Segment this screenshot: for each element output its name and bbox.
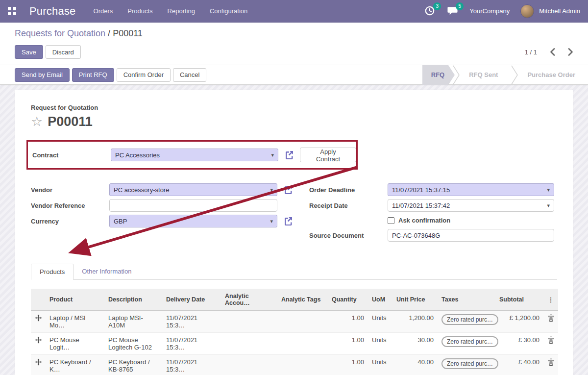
- menu-configuration[interactable]: Configuration: [210, 7, 247, 15]
- tab-products[interactable]: Products: [31, 264, 74, 280]
- contract-external-link-icon[interactable]: [284, 150, 294, 160]
- activity-badge: 3: [433, 2, 441, 10]
- col-description[interactable]: Description: [104, 289, 162, 311]
- messages-badge: 5: [456, 2, 464, 10]
- vendor-external-link-icon[interactable]: [283, 185, 293, 195]
- status-chevron-icon: [511, 65, 518, 85]
- nav-menu: Orders Products Reporting Configuration: [94, 7, 248, 15]
- user-avatar[interactable]: [520, 4, 534, 18]
- contract-field[interactable]: PC Accessories ▾: [111, 149, 278, 161]
- dropdown-caret-icon: ▾: [547, 187, 550, 193]
- tax-tag[interactable]: Zero rated purc…: [441, 314, 498, 325]
- receipt-date-label: Receipt Date: [309, 202, 388, 209]
- user-menu[interactable]: Mitchell Admin: [539, 7, 580, 15]
- menu-orders[interactable]: Orders: [94, 7, 113, 15]
- statusbar: RFQ RFQ Sent Purchase Order: [422, 65, 588, 85]
- save-button[interactable]: Save: [15, 45, 43, 59]
- form-sheet: Request for Quotation ☆ P00011 Contract …: [15, 90, 573, 375]
- messages-chat-icon[interactable]: 5: [447, 5, 459, 17]
- vendor-reference-field[interactable]: [109, 199, 277, 212]
- col-analytic-tags[interactable]: Analytic Tags: [277, 289, 328, 311]
- table-row[interactable]: PC Keyboard / K… PC Keyboard / KB-8765 1…: [31, 355, 558, 375]
- cancel-button[interactable]: Cancel: [173, 68, 206, 82]
- vendor-label: Vendor: [31, 186, 109, 194]
- tab-other-information[interactable]: Other Information: [74, 264, 140, 280]
- drag-handle-icon[interactable]: [35, 358, 42, 366]
- currency-field[interactable]: GBP ▾: [109, 215, 277, 227]
- status-rfq-sent[interactable]: RFQ Sent: [460, 65, 507, 85]
- menu-products[interactable]: Products: [127, 7, 152, 15]
- col-taxes[interactable]: Taxes: [438, 289, 495, 311]
- contract-highlight-box: Contract PC Accessories ▾ Apply Contract: [26, 140, 358, 170]
- col-unit-price[interactable]: Unit Price: [392, 289, 438, 311]
- pager-value: 1 / 1: [525, 49, 537, 56]
- pager-next-icon[interactable]: [568, 48, 573, 56]
- breadcrumb-parent[interactable]: Requests for Quotation: [15, 28, 105, 38]
- discard-button[interactable]: Discard: [46, 45, 81, 59]
- table-row[interactable]: Laptop / MSI Mo… Laptop MSI-A10M 11/07/2…: [31, 311, 558, 333]
- contract-label: Contract: [32, 151, 111, 159]
- dropdown-caret-icon: ▾: [270, 218, 273, 225]
- menu-reporting[interactable]: Reporting: [168, 7, 195, 15]
- app-name[interactable]: Purchase: [29, 5, 76, 18]
- vendor-field[interactable]: PC accessory-store ▾: [109, 183, 277, 196]
- confirm-order-button[interactable]: Confirm Order: [117, 68, 171, 82]
- drag-column-header: [31, 289, 46, 311]
- breadcrumb-separator: /: [105, 28, 113, 38]
- breadcrumb: Requests for Quotation / P00011: [15, 28, 573, 39]
- print-rfq-button[interactable]: Print RFQ: [72, 68, 114, 82]
- top-navbar: Purchase Orders Products Reporting Confi…: [0, 0, 588, 23]
- col-uom[interactable]: UoM: [368, 289, 392, 311]
- col-delivery-date[interactable]: Delivery Date: [162, 289, 221, 311]
- currency-label: Currency: [31, 218, 109, 225]
- activity-clock-icon[interactable]: 3: [424, 5, 436, 17]
- col-quantity[interactable]: Quantity: [328, 289, 368, 311]
- source-document-field[interactable]: PC-AC-073648G: [388, 229, 554, 242]
- company-switcher[interactable]: YourCompany: [469, 7, 510, 15]
- ask-confirmation-label: Ask confirmation: [398, 217, 450, 224]
- control-panel: Requests for Quotation / P00011 Save Dis…: [0, 23, 588, 65]
- tax-tag[interactable]: Zero rated purc…: [441, 358, 498, 369]
- delete-row-icon[interactable]: [548, 314, 554, 322]
- form-subtitle: Request for Quotation: [31, 104, 557, 111]
- source-document-label: Source Document: [309, 232, 388, 239]
- breadcrumb-current: P00011: [113, 28, 143, 38]
- order-deadline-field[interactable]: 11/07/2021 15:37:15 ▾: [388, 183, 554, 196]
- notebook-tabs: Products Other Information: [31, 263, 557, 280]
- col-analytic-account[interactable]: Analytic Accou…: [221, 289, 277, 311]
- col-subtotal[interactable]: Subtotal: [495, 289, 543, 311]
- delete-row-icon[interactable]: [548, 358, 554, 366]
- col-product[interactable]: Product: [46, 289, 104, 311]
- apply-contract-button[interactable]: Apply Contract: [300, 148, 356, 162]
- ask-confirmation-checkbox[interactable]: [388, 217, 394, 224]
- pager-previous-icon[interactable]: [550, 48, 555, 56]
- dropdown-caret-icon: ▾: [270, 187, 273, 193]
- vendor-reference-label: Vendor Reference: [31, 202, 109, 209]
- action-bar: Send by Email Print RFQ Confirm Order Ca…: [0, 65, 588, 85]
- optional-columns-icon[interactable]: ⋮: [548, 296, 554, 303]
- tax-tag[interactable]: Zero rated purc…: [441, 336, 498, 347]
- table-row[interactable]: PC Mouse Logit… PC Mouse Logitech G-102 …: [31, 333, 558, 355]
- order-lines-table: Product Description Delivery Date Analyt…: [31, 289, 558, 375]
- delete-row-icon[interactable]: [548, 336, 554, 344]
- drag-handle-icon[interactable]: [35, 314, 42, 322]
- dropdown-caret-icon: ▾: [547, 202, 550, 209]
- currency-external-link-icon[interactable]: [283, 216, 293, 226]
- status-rfq[interactable]: RFQ: [422, 65, 448, 85]
- favorite-star-icon[interactable]: ☆: [31, 115, 43, 128]
- dropdown-caret-icon: ▾: [271, 152, 274, 158]
- order-deadline-label: Order Deadline: [309, 186, 388, 194]
- status-purchase-order[interactable]: Purchase Order: [518, 65, 588, 85]
- drag-handle-icon[interactable]: [35, 336, 42, 344]
- receipt-date-field[interactable]: 11/07/2021 15:37:42 ▾: [388, 199, 554, 212]
- record-title: P00011: [48, 114, 93, 129]
- apps-menu-icon[interactable]: [8, 7, 23, 15]
- send-by-email-button[interactable]: Send by Email: [15, 68, 70, 82]
